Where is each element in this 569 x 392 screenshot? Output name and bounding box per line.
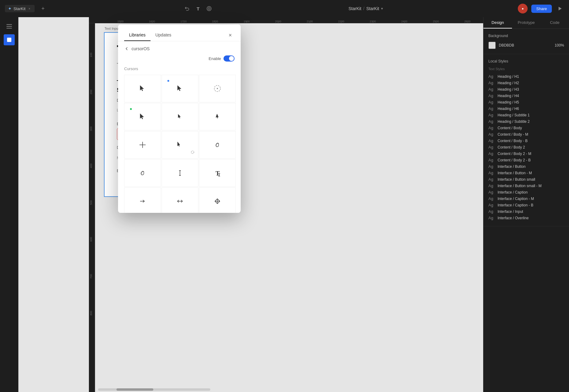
style-item-interface-button-m[interactable]: Ag Interface / Button - M bbox=[488, 170, 564, 176]
style-label: Content / Body - M bbox=[498, 132, 528, 137]
panel-tab-prototype[interactable]: Prototype bbox=[512, 17, 540, 28]
style-item-interface-button[interactable]: Ag Interface / Button bbox=[488, 163, 564, 170]
style-item-body2[interactable]: Ag Content / Body 2 bbox=[488, 144, 564, 150]
cursor-arrow-angled[interactable] bbox=[199, 103, 236, 130]
modal-close-button[interactable]: × bbox=[226, 31, 235, 40]
style-item-body[interactable]: Ag Content / Body bbox=[488, 125, 564, 131]
ruler-tick: 600 bbox=[90, 237, 93, 242]
modal-tab-libraries[interactable]: Libraries bbox=[124, 29, 151, 41]
style-item-h1[interactable]: Ag Heading / H1 bbox=[488, 73, 564, 80]
style-item-interface-button-small-m[interactable]: Ag Interface / Button small - M bbox=[488, 183, 564, 189]
cursors-section-title: Cursors bbox=[124, 66, 235, 71]
layers-icon[interactable] bbox=[4, 34, 15, 45]
cursor-crosshair[interactable] bbox=[124, 131, 161, 159]
style-item-interface-caption[interactable]: Ag Interface / Caption bbox=[488, 189, 564, 195]
style-label: Heading / H1 bbox=[498, 74, 519, 79]
libraries-modal[interactable]: Libraries Updates × cursorOS Enable bbox=[118, 24, 241, 213]
cursor-hand-grab[interactable] bbox=[199, 131, 236, 159]
style-label: Interface / Input bbox=[498, 209, 523, 214]
user-avatar: ● bbox=[518, 4, 528, 13]
modal-content: cursorOS Enable Cursors bbox=[118, 41, 241, 213]
topbar-right: ● Share bbox=[518, 4, 564, 13]
style-label: Content / Body bbox=[498, 126, 522, 130]
style-ag-icon: Ag bbox=[488, 203, 495, 207]
svg-rect-8 bbox=[7, 38, 11, 42]
scrollbar-thumb[interactable] bbox=[116, 388, 153, 391]
ruler-tick: 2200 bbox=[338, 20, 344, 23]
text-tool[interactable]: T bbox=[194, 4, 202, 13]
style-label: Interface / Caption - B bbox=[498, 203, 533, 207]
style-label: Heading / H2 bbox=[498, 81, 519, 85]
cursor-arrow-circle[interactable] bbox=[162, 131, 198, 159]
ruler-tick: 2000 bbox=[275, 20, 281, 23]
undo-button[interactable] bbox=[183, 4, 191, 13]
style-item-interface-button-small[interactable]: Ag Interface / Button small bbox=[488, 176, 564, 183]
style-label: Heading / H5 bbox=[498, 100, 519, 104]
tab-close-button[interactable]: × bbox=[27, 6, 32, 11]
style-label: Content / Body 2 - B bbox=[498, 158, 531, 162]
comment-tool[interactable] bbox=[205, 4, 213, 13]
project-name[interactable]: StarKit bbox=[366, 6, 379, 11]
cursor-arrow-double[interactable] bbox=[162, 187, 198, 213]
style-item-h5[interactable]: Ag Heading / H5 bbox=[488, 99, 564, 105]
style-item-h4[interactable]: Ag Heading / H4 bbox=[488, 92, 564, 99]
ruler-tick: 1700 bbox=[181, 20, 187, 23]
style-label: Interface / Button bbox=[498, 164, 525, 169]
cursors-grid: T bbox=[124, 75, 235, 213]
topbar-left: ✦ StarKit × + bbox=[5, 4, 48, 13]
style-ag-icon: Ag bbox=[488, 209, 495, 214]
tab-icon: ✦ bbox=[8, 6, 12, 11]
share-button[interactable]: Share bbox=[531, 5, 552, 13]
style-item-subtitle2[interactable]: Ag Heading / Subtitle 2 bbox=[488, 118, 564, 125]
cursor-arrow-blue-dot[interactable] bbox=[162, 75, 198, 102]
background-title: Background bbox=[488, 34, 564, 38]
style-item-h3[interactable]: Ag Heading / H3 bbox=[488, 86, 564, 92]
style-ag-icon: Ag bbox=[488, 100, 495, 104]
cursor-arrow-right-single[interactable] bbox=[124, 187, 161, 213]
style-label: Interface / Button - M bbox=[498, 171, 532, 175]
modal-tab-updates[interactable]: Updates bbox=[151, 29, 176, 41]
style-ag-icon: Ag bbox=[488, 81, 495, 85]
background-color-value[interactable]: DBDBDB bbox=[499, 43, 552, 47]
toggle-switch[interactable] bbox=[223, 55, 235, 62]
style-item-body2-m[interactable]: Ag Content / Body 2 - M bbox=[488, 150, 564, 157]
background-opacity-value[interactable]: 100% bbox=[555, 43, 564, 47]
cursor-circle-dashed[interactable] bbox=[199, 75, 236, 102]
style-item-h6[interactable]: Ag Heading / H6 bbox=[488, 105, 564, 112]
cursor-arrow-small[interactable] bbox=[162, 103, 198, 130]
add-tab-button[interactable]: + bbox=[38, 4, 48, 13]
style-item-h2[interactable]: Ag Heading / H2 bbox=[488, 80, 564, 86]
svg-point-15 bbox=[140, 173, 142, 174]
svg-rect-7 bbox=[6, 28, 12, 28]
enable-toggle[interactable]: Enable bbox=[209, 55, 235, 62]
style-item-body-b[interactable]: Ag Content / Body - B bbox=[488, 138, 564, 144]
style-ag-icon: Ag bbox=[488, 151, 495, 156]
background-color-swatch[interactable] bbox=[488, 42, 496, 49]
hamburger-menu-icon[interactable] bbox=[4, 21, 15, 32]
style-item-body2-b[interactable]: Ag Content / Body 2 - B bbox=[488, 157, 564, 163]
style-ag-icon: Ag bbox=[488, 145, 495, 149]
style-item-subtitle1[interactable]: Ag Heading / Subtitle 1 bbox=[488, 112, 564, 118]
style-ag-icon: Ag bbox=[488, 93, 495, 98]
tool-icons: T bbox=[183, 4, 213, 13]
cursors-section: Cursors bbox=[124, 66, 235, 213]
canvas-scrollbar-h[interactable] bbox=[98, 388, 210, 391]
style-ag-icon: Ag bbox=[488, 106, 495, 111]
cursor-text-t[interactable]: T bbox=[199, 159, 236, 187]
play-button[interactable] bbox=[556, 4, 564, 13]
panel-tab-code[interactable]: Code bbox=[540, 17, 569, 28]
active-tab[interactable]: ✦ StarKit × bbox=[5, 5, 35, 12]
style-item-body-m[interactable]: Ag Content / Body - M bbox=[488, 131, 564, 138]
library-back-button[interactable]: cursorOS bbox=[124, 46, 235, 51]
svg-point-10 bbox=[217, 88, 218, 89]
cursor-arrow-cross[interactable] bbox=[199, 187, 236, 213]
cursor-arrow-plain[interactable] bbox=[124, 75, 161, 102]
cursor-hand-circle2[interactable] bbox=[124, 159, 161, 187]
style-item-interface-input[interactable]: Ag Interface / Input bbox=[488, 208, 564, 215]
style-item-interface-caption-m[interactable]: Ag Interface / Caption - M bbox=[488, 195, 564, 202]
cursor-text-beam[interactable] bbox=[162, 159, 198, 187]
panel-tab-design[interactable]: Design bbox=[483, 17, 512, 28]
cursor-arrow-green-dot[interactable] bbox=[124, 103, 161, 130]
style-item-interface-caption-b[interactable]: Ag Interface / Caption - B bbox=[488, 202, 564, 208]
style-item-interface-overline[interactable]: Ag Interface / Overline bbox=[488, 215, 564, 221]
